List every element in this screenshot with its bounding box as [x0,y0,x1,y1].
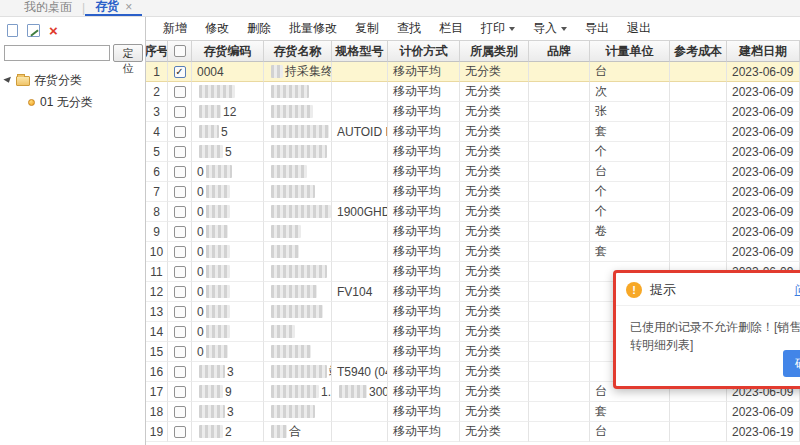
cell-spec [332,102,388,122]
row-checkbox[interactable] [174,126,186,138]
cell-date: 2023-06-09 [727,242,800,262]
tree-root-label: 存货分类 [34,72,82,89]
table-row[interactable]: 1✓0004持采集终端移动平均无分类台2023-06-09 [146,62,800,82]
row-checkbox[interactable] [174,346,186,358]
row-checkbox[interactable] [174,206,186,218]
toolbar-button[interactable]: 删除 [238,20,280,37]
tab-bar: 我的桌面 | 存货 × [0,0,800,17]
row-checkbox[interactable] [174,386,186,398]
row-checkbox[interactable] [174,326,186,338]
cell-method: 移动平均 [388,342,460,362]
tab-my-desktop[interactable]: 我的桌面 [14,0,82,16]
cell-cost [670,422,727,442]
tab-inventory[interactable]: 存货 × [85,0,142,16]
cell-category: 无分类 [460,342,529,362]
tree-node-uncategorized[interactable]: 01 无分类 [4,89,145,111]
cell-name [264,222,332,242]
cell-cost [670,222,727,242]
censored-mosaic [271,305,323,318]
category-search-input[interactable] [4,45,110,61]
table-row[interactable]: 801900GHD-2...移动平均无分类个2023-06-09 [146,202,800,222]
table-row[interactable]: 45AUTOID Pa...移动平均无分类套2023-06-09 [146,122,800,142]
row-checkbox[interactable] [174,266,186,278]
censored-mosaic [206,205,230,218]
dialog-message: 已使用的记录不允许删除！[销售成本结转明细列表] [616,306,800,366]
cell-seq: 3 [146,102,168,122]
toolbar-button[interactable]: 栏目 [430,20,472,37]
row-checkbox[interactable] [174,406,186,418]
cell-spec [332,422,388,442]
row-checkbox[interactable] [174,286,186,298]
cell-unit: 张 [590,102,670,122]
table-row[interactable]: 183移动平均无分类套2023-06-09 [146,402,800,422]
cell-spec [332,62,388,82]
select-all-checkbox[interactable] [174,45,186,57]
row-checkbox[interactable] [174,106,186,118]
row-checkbox[interactable] [174,366,186,378]
cell-name [264,82,332,102]
row-checkbox[interactable] [174,166,186,178]
tree-child-label: 01 无分类 [40,94,93,111]
cell-name: 合 [264,422,332,442]
table-row[interactable]: 60移动平均无分类台2023-06-09 [146,162,800,182]
column-header: 建档日期 [727,40,800,62]
row-checkbox[interactable] [174,186,186,198]
cell-method: 移动平均 [388,142,460,162]
toolbar-button[interactable]: 导入 [524,20,576,37]
cell-spec [332,222,388,242]
table-row[interactable]: 192合移动平均无分类台2023-06-19 [146,422,800,442]
warning-icon: ! [626,282,642,298]
cell-brand [529,302,590,322]
row-checkbox[interactable]: ✓ [174,66,186,78]
row-checkbox[interactable] [174,306,186,318]
cell-method: 移动平均 [388,102,460,122]
cell-seq: 16 [146,362,168,382]
cell-spec: FV104 [332,282,388,302]
locate-button[interactable]: 定位 [113,44,143,62]
tab-close-icon[interactable]: × [125,0,132,14]
cell-seq: 18 [146,402,168,422]
cell-code: 0 [192,222,264,242]
delete-x-icon[interactable]: × [49,24,58,37]
cell-spec [332,142,388,162]
table-row[interactable]: 55移动平均无分类个2023-06-09 [146,142,800,162]
cell-seq: 8 [146,202,168,222]
toolbar-button[interactable]: 导出 [576,20,618,37]
censored-mosaic [271,65,283,78]
row-checkbox[interactable] [174,86,186,98]
cell-unit: 台 [590,162,670,182]
row-checkbox[interactable] [174,246,186,258]
cell-seq: 12 [146,282,168,302]
table-row[interactable]: 100移动平均无分类套2023-06-09 [146,242,800,262]
tree-expander-icon[interactable] [3,77,12,84]
cell-method: 移动平均 [388,62,460,82]
column-header: 计量单位 [590,40,670,62]
table-row[interactable]: 2移动平均无分类次2023-06-09 [146,82,800,102]
new-doc-icon[interactable] [7,24,18,37]
row-checkbox[interactable] [174,426,186,438]
alert-dialog: ! 提示 问服宝 × 已使用的记录不允许删除！[销售成本结转明细列表] 确定(O… [613,270,800,389]
cell-category: 无分类 [460,282,529,302]
row-checkbox[interactable] [174,146,186,158]
toolbar-button[interactable]: 打印 [472,20,524,37]
table-row[interactable]: 70移动平均无分类个2023-06-09 [146,182,800,202]
row-checkbox[interactable] [174,226,186,238]
censored-mosaic [271,245,299,258]
toolbar-button[interactable]: 批量修改 [280,20,346,37]
ok-button[interactable]: 确定(O) [783,350,800,377]
toolbar-button[interactable]: 复制 [346,20,388,37]
toolbar-button[interactable]: 查找 [388,20,430,37]
table-row[interactable]: 312移动平均无分类张2023-06-09 [146,102,800,122]
cell-date: 2023-06-19 [727,422,800,442]
cell-unit: 套 [590,402,670,422]
select-all-header[interactable] [168,40,192,62]
edit-icon[interactable] [27,24,40,37]
toolbar-button[interactable]: 退出 [618,20,660,37]
cell-code: 0 [192,202,264,222]
cell-method: 移动平均 [388,82,460,102]
toolbar-button[interactable]: 修改 [196,20,238,37]
service-link[interactable]: 问服宝 [795,282,800,299]
toolbar-button[interactable]: 新增 [154,20,196,37]
table-row[interactable]: 90移动平均无分类卷2023-06-09 [146,222,800,242]
cell-cost [670,82,727,102]
